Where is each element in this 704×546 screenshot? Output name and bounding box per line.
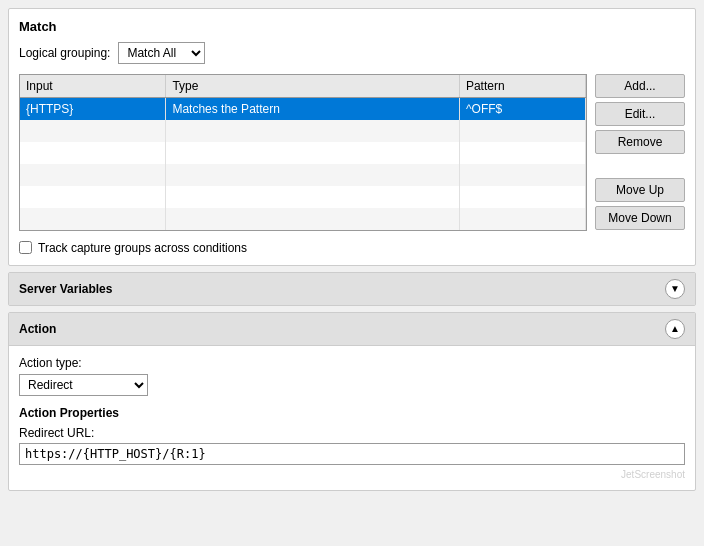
action-content: Action type: Redirect Rewrite Custom Res…: [9, 346, 695, 490]
cell-pattern: ^OFF$: [459, 98, 585, 120]
move-up-button[interactable]: Move Up: [595, 178, 685, 202]
url-input-row: [19, 443, 685, 465]
logical-grouping-label: Logical grouping:: [19, 46, 110, 60]
server-variables-section: Server Variables ▼: [8, 272, 696, 306]
spacer: [595, 158, 685, 174]
logical-grouping-select[interactable]: Match All Match Any: [118, 42, 205, 64]
cell-input: {HTTPS}: [20, 98, 166, 120]
table-row[interactable]: [20, 186, 586, 208]
server-variables-title: Server Variables: [19, 282, 112, 296]
action-title: Action: [19, 322, 56, 336]
table-header-row: Input Type Pattern: [20, 75, 586, 98]
track-capture-groups-checkbox[interactable]: [19, 241, 32, 254]
buttons-panel: Add... Edit... Remove Move Up Move Down: [595, 74, 685, 231]
move-down-button[interactable]: Move Down: [595, 206, 685, 230]
table-row[interactable]: [20, 142, 586, 164]
action-type-select[interactable]: Redirect Rewrite Custom Response AbortRe…: [19, 374, 148, 396]
action-collapse-icon[interactable]: ▲: [665, 319, 685, 339]
action-type-label: Action type:: [19, 356, 685, 370]
add-button[interactable]: Add...: [595, 74, 685, 98]
remove-button[interactable]: Remove: [595, 130, 685, 154]
checkbox-row: Track capture groups across conditions: [19, 241, 685, 255]
watermark: JetScreenshot: [19, 469, 685, 480]
chevron-down-icon: ▼: [670, 283, 680, 294]
chevron-up-icon: ▲: [670, 323, 680, 334]
table-row[interactable]: [20, 120, 586, 142]
section-title: Match: [19, 19, 685, 34]
logical-grouping-row: Logical grouping: Match All Match Any: [19, 42, 685, 64]
col-pattern: Pattern: [459, 75, 585, 98]
table-row[interactable]: [20, 164, 586, 186]
match-section: Match Logical grouping: Match All Match …: [8, 8, 696, 266]
col-input: Input: [20, 75, 166, 98]
action-properties-label: Action Properties: [19, 406, 685, 420]
collapse-icon[interactable]: ▼: [665, 279, 685, 299]
conditions-table: Input Type Pattern {HTTPS} Matches the P…: [19, 74, 587, 231]
track-capture-groups-label: Track capture groups across conditions: [38, 241, 247, 255]
table-row[interactable]: [20, 208, 586, 230]
edit-button[interactable]: Edit...: [595, 102, 685, 126]
action-header[interactable]: Action ▲: [9, 313, 695, 346]
redirect-url-label: Redirect URL:: [19, 426, 685, 440]
server-variables-header[interactable]: Server Variables ▼: [9, 273, 695, 305]
col-type: Type: [166, 75, 460, 98]
cell-type: Matches the Pattern: [166, 98, 460, 120]
action-section: Action ▲ Action type: Redirect Rewrite C…: [8, 312, 696, 491]
content-area: Input Type Pattern {HTTPS} Matches the P…: [19, 74, 685, 231]
redirect-url-input[interactable]: [19, 443, 685, 465]
table-row[interactable]: {HTTPS} Matches the Pattern ^OFF$: [20, 98, 586, 120]
